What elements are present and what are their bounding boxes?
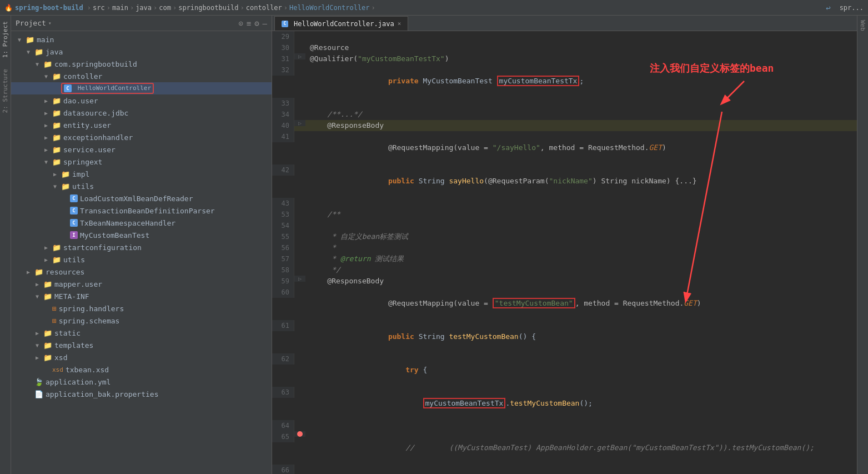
tree-label: springext bbox=[63, 158, 102, 166]
tree-item-dao[interactable]: ▶ 📁 dao.user bbox=[11, 94, 272, 107]
folder-icon: 📁 bbox=[34, 268, 43, 276]
tree-item-metainf[interactable]: ▼ 📁 META-INF bbox=[11, 290, 272, 302]
code-line: 63 myCustomBeanTestTx.testMyCustomBean()… bbox=[272, 387, 857, 420]
tree-label: static bbox=[54, 329, 81, 337]
tree-label: application.yml bbox=[46, 378, 111, 386]
tree-item-com[interactable]: ▼ 📁 com.springbootbuild bbox=[11, 58, 272, 70]
arrow-icon: ▶ bbox=[44, 98, 52, 104]
folder-icon: 📁 bbox=[52, 146, 61, 154]
tree-item-resources[interactable]: ▶ 📁 resources bbox=[11, 266, 272, 278]
tree-label: spring.schemas bbox=[59, 317, 120, 325]
tree-item-java[interactable]: ▼ 📁 java bbox=[11, 46, 272, 58]
tree-item-utils-com[interactable]: ▶ 📁 utils bbox=[11, 253, 272, 266]
arrow-icon: ▼ bbox=[36, 61, 43, 67]
dropdown-arrow-icon[interactable]: ▾ bbox=[48, 20, 52, 26]
tree-label: txbean.xsd bbox=[66, 366, 109, 374]
tree-item-main[interactable]: ▼ 📁 main bbox=[11, 33, 272, 46]
close-sidebar-icon[interactable]: — bbox=[263, 19, 267, 28]
arrow-icon: ▶ bbox=[36, 355, 43, 361]
tree-label: impl bbox=[72, 170, 89, 178]
tree-label: TransactionBeanDefinitionParser bbox=[80, 207, 215, 215]
code-line: 33 bbox=[272, 98, 857, 109]
tree-item-datasource[interactable]: ▶ 📁 datasource.jdbc bbox=[11, 107, 272, 119]
breakpoint-icon[interactable] bbox=[297, 431, 303, 437]
tree-item-mapper[interactable]: ▶ 📁 mapper.user bbox=[11, 278, 272, 290]
tree-item-contoller[interactable]: ▼ 📁 contoller bbox=[11, 70, 272, 82]
tree-label: application_bak.properties bbox=[46, 390, 159, 398]
tree-item-application-yml[interactable]: 🍃 application.yml bbox=[11, 376, 272, 388]
tree-item-springext[interactable]: ▼ 📁 springext bbox=[11, 156, 272, 168]
arrow-icon: ▶ bbox=[44, 245, 52, 251]
project-tab[interactable]: 1: Project bbox=[1, 16, 10, 63]
app-icon: 🔥 bbox=[4, 4, 13, 12]
app-container: 🔥 spring-boot-build › src › main › java … bbox=[0, 0, 868, 474]
tree-item-xsd[interactable]: ▶ 📁 xsd bbox=[11, 351, 272, 363]
collapse-icon[interactable]: ≡ bbox=[247, 19, 251, 28]
tree-label: datasource.jdbc bbox=[63, 109, 128, 117]
main-layout: 1: Project 2: Structure Project ▾ ⊙ ≡ ⚙ … bbox=[0, 16, 868, 474]
nav-back-icon[interactable]: ↩ bbox=[826, 3, 830, 12]
tree-label: xsd bbox=[54, 353, 67, 362]
folder-icon: 📁 bbox=[61, 182, 70, 191]
arrow-icon: ▶ bbox=[44, 122, 52, 128]
tree-label: contoller bbox=[63, 72, 102, 81]
web-tab[interactable]: Web bbox=[858, 16, 867, 36]
project-name[interactable]: spring-boot-build bbox=[15, 4, 83, 12]
sidebar-header: Project ▾ ⊙ ≡ ⚙ — bbox=[11, 16, 272, 31]
tree-item-txbean-xsd[interactable]: xsd txbean.xsd bbox=[11, 363, 272, 376]
code-line: 62 try { bbox=[272, 353, 857, 387]
arrow-icon: ▼ bbox=[44, 159, 52, 165]
folder-icon: 📁 bbox=[52, 256, 61, 264]
tree-item-txbean[interactable]: C TxBeanNamespaceHandler bbox=[11, 217, 272, 229]
tree-label: resources bbox=[46, 268, 84, 276]
folder-icon: 📁 bbox=[43, 341, 52, 350]
tree-label: startconfiguration bbox=[63, 243, 142, 252]
editor-tab-helloworldcontroller[interactable]: C HelloWorldController.java × bbox=[274, 16, 408, 31]
code-line: 31 ▷ @Qualifier("myCustomBeanTestTx") bbox=[272, 53, 857, 64]
code-line: 43 bbox=[272, 198, 857, 209]
code-line: 53 /** bbox=[272, 209, 857, 220]
code-editor[interactable]: 注入我们自定义标签的bean bbox=[272, 31, 857, 474]
tree-item-impl[interactable]: ▶ 📁 impl bbox=[11, 168, 272, 180]
tree-label: entity.user bbox=[63, 121, 111, 129]
tree-item-application-bak[interactable]: 📄 application_bak.properties bbox=[11, 388, 272, 400]
code-line: 29 bbox=[272, 31, 857, 42]
arrow-icon: ▼ bbox=[53, 183, 61, 189]
tree-item-helloworldcontroller[interactable]: C HelloWorldController bbox=[11, 82, 272, 94]
tree-item-mycustombean[interactable]: I MyCustomBeanTest bbox=[11, 229, 272, 241]
tree-item-spring-handlers[interactable]: ⊞ spring.handlers bbox=[11, 302, 272, 315]
tree-label: service.user bbox=[63, 146, 116, 154]
tree-item-startconfig[interactable]: ▶ 📁 startconfiguration bbox=[11, 241, 272, 253]
arrow-icon: ▼ bbox=[36, 293, 43, 300]
tree-item-spring-schemas[interactable]: ⊞ spring.schemas bbox=[11, 315, 272, 327]
folder-icon: 📁 bbox=[52, 133, 61, 142]
tree-item-transactionbean[interactable]: C TransactionBeanDefinitionParser bbox=[11, 204, 272, 217]
tree-item-loadcustom[interactable]: C LoadCustomXmlBeanDefReader bbox=[11, 192, 272, 204]
tree-item-service-user[interactable]: ▶ 📁 service.user bbox=[11, 143, 272, 156]
arrow-icon: ▶ bbox=[44, 134, 52, 141]
tree-item-utils-springext[interactable]: ▼ 📁 utils bbox=[11, 180, 272, 192]
structure-tab[interactable]: 2: Structure bbox=[1, 63, 10, 118]
tab-close-icon[interactable]: × bbox=[398, 20, 402, 27]
tree-item-exceptionhandler[interactable]: ▶ 📁 exceptionhandler bbox=[11, 131, 272, 143]
sidebar: Project ▾ ⊙ ≡ ⚙ — ▼ 📁 main bbox=[11, 16, 272, 474]
tree-label: com.springbootbuild bbox=[54, 60, 137, 68]
tree-label: MyCustomBeanTest bbox=[80, 231, 149, 240]
code-line: 59 ▷ @ResponseBody bbox=[272, 276, 857, 287]
title-bar: 🔥 spring-boot-build › src › main › java … bbox=[0, 0, 868, 16]
arrow-icon: ▶ bbox=[36, 330, 43, 336]
folder-icon: 📁 bbox=[52, 97, 61, 105]
arrow-icon: ▶ bbox=[53, 171, 61, 177]
tree-item-static[interactable]: ▶ 📁 static bbox=[11, 327, 272, 339]
locate-icon[interactable]: ⊙ bbox=[238, 19, 243, 28]
tree-item-entity[interactable]: ▶ 📁 entity.user bbox=[11, 119, 272, 131]
java-class-icon: C bbox=[70, 194, 78, 202]
settings-icon[interactable]: ⚙ bbox=[254, 19, 259, 28]
java-class-icon: C bbox=[64, 84, 72, 92]
tree-label: exceptionhandler bbox=[63, 133, 133, 142]
tree-label: java bbox=[46, 48, 63, 56]
folder-icon: 📁 bbox=[43, 353, 52, 362]
arrow-icon: ▼ bbox=[36, 342, 43, 348]
tree-item-templates[interactable]: ▼ 📁 templates bbox=[11, 339, 272, 351]
code-line: 64 bbox=[272, 420, 857, 431]
